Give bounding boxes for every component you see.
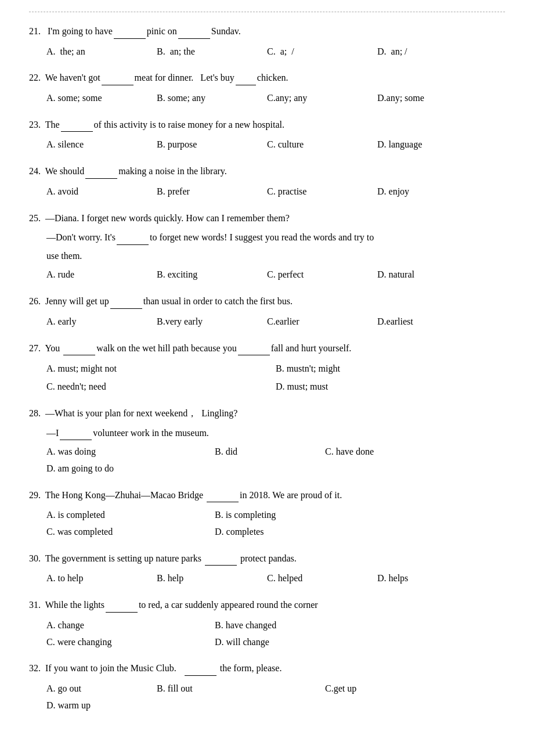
q25-blank1 — [117, 244, 149, 245]
q21-optC: C. a; / — [267, 44, 371, 60]
q29-stem: 29. The Hong Kong—Zhuhai—Macao Bridge in… — [29, 488, 505, 503]
q28-optB: B. did — [215, 444, 319, 460]
q26-number: 26. — [29, 296, 41, 306]
q32-options: A. go out B. fill out C.get up D. warm u… — [29, 681, 505, 714]
q24-number: 24. — [29, 166, 41, 176]
q29-optD: D. completes — [215, 524, 319, 541]
q32-optA: A. go out — [46, 681, 151, 697]
q31-optD: D. will change — [215, 634, 377, 651]
question-25: 25. —Diana. I forget new words quickly. … — [29, 211, 505, 284]
q32-optC: C.get up — [325, 681, 430, 697]
q23-optD: D. language — [377, 136, 482, 153]
q32-stem: 32. If you want to join the Music Club. … — [29, 661, 505, 676]
q30-optB: B. help — [157, 570, 261, 587]
q32-optB: B. fill out — [157, 681, 319, 697]
q23-optC: C. culture — [267, 136, 371, 153]
question-26: 26. Jenny will get upthan usual in order… — [29, 294, 505, 330]
q21-optA: A. the; an — [46, 44, 151, 60]
q27-number: 27. — [29, 343, 41, 353]
q24-options: A. avoid B. prefer C. practise D. enjoy — [29, 183, 505, 200]
q22-stem: 22. We haven't gotmeat for dinner. Let's… — [29, 70, 505, 85]
q29-optA: A. is completed — [46, 507, 209, 524]
q25-optC: C. perfect — [267, 267, 371, 283]
q29-optC: C. was completed — [46, 524, 209, 541]
question-22: 22. We haven't gotmeat for dinner. Let's… — [29, 70, 505, 106]
q22-optB: B. some; any — [157, 90, 261, 107]
q31-number: 31. — [29, 600, 41, 610]
q27-blank2 — [238, 355, 270, 355]
q21-options: A. the; an B. an; the C. a; / D. an; / — [29, 44, 505, 60]
question-21: 21. I'm going to havepinic onSundav. A. … — [29, 24, 505, 60]
q26-stem: 26. Jenny will get upthan usual in order… — [29, 294, 505, 309]
q30-blank1 — [205, 565, 237, 566]
q30-optD: D. helps — [377, 570, 482, 587]
q26-optA: A. early — [46, 314, 151, 330]
q27-optC: C. needn't; need — [46, 378, 270, 395]
q27-options: A. must; might not B. mustn't; might C. … — [29, 360, 505, 395]
q23-options: A. silence B. purpose C. culture D. lang… — [29, 136, 505, 153]
q26-optB: B.very early — [157, 314, 261, 330]
q21-number: 21. — [29, 26, 41, 36]
q29-optB: B. is completing — [215, 507, 377, 524]
q22-number: 22. — [29, 73, 41, 82]
q32-number: 32. — [29, 663, 41, 673]
q21-optD: D. an; / — [377, 44, 482, 60]
q28-blank1 — [60, 440, 92, 440]
q25-stem1: 25. —Diana. I forget new words quickly. … — [29, 211, 505, 226]
q31-blank1 — [106, 612, 138, 613]
q23-optB: B. purpose — [157, 136, 261, 153]
q31-stem: 31. While the lightsto red, a car sudden… — [29, 597, 505, 613]
q24-blank1 — [85, 178, 117, 179]
q22-blank1 — [102, 85, 134, 85]
q24-optB: B. prefer — [157, 183, 261, 200]
q21-stem: 21. I'm going to havepinic onSundav. — [29, 24, 505, 39]
q28-optA: A. was doing — [46, 444, 209, 460]
q26-optD: D.earliest — [377, 314, 482, 330]
q21-blank2 — [178, 38, 210, 39]
q28-optC: C. have done — [325, 444, 488, 460]
q30-optC: C. helped — [267, 570, 371, 587]
q26-optC: C.earlier — [267, 314, 371, 330]
question-27: 27. You walk on the wet hill path becaus… — [29, 341, 505, 395]
q24-optC: C. practise — [267, 183, 371, 200]
q30-optA: A. to help — [46, 570, 151, 587]
q27-optB: B. mustn't; might — [276, 360, 499, 377]
question-30: 30. The government is setting up nature … — [29, 551, 505, 587]
q30-options: A. to help B. help C. helped D. helps — [29, 570, 505, 587]
q25-optD: D. natural — [377, 267, 482, 283]
q23-optA: A. silence — [46, 136, 151, 153]
q22-optA: A. some; some — [46, 90, 151, 107]
q21-blank1 — [114, 38, 146, 39]
q23-stem: 23. Theof this activity is to raise mone… — [29, 117, 505, 132]
q23-blank1 — [61, 131, 93, 132]
q24-stem: 24. We shouldmaking a noise in the libra… — [29, 164, 505, 179]
q29-options: A. is completed B. is completing C. was … — [29, 507, 505, 541]
q31-optA: A. change — [46, 617, 209, 634]
question-32: 32. If you want to join the Music Club. … — [29, 661, 505, 714]
q25-stem2: —Don't worry. It'sto forget new words! I… — [29, 230, 505, 245]
top-divider — [29, 12, 505, 12]
question-28: 28. —What is your plan for next weekend，… — [29, 406, 505, 477]
q28-number: 28. — [29, 408, 41, 418]
q25-options: A. rude B. exciting C. perfect D. natura… — [29, 267, 505, 283]
q21-optB: B. an; the — [157, 44, 261, 60]
q27-blank1 — [63, 355, 95, 355]
q22-options: A. some; some B. some; any C.any; any D.… — [29, 90, 505, 107]
q30-stem: 30. The government is setting up nature … — [29, 551, 505, 566]
q25-optB: B. exciting — [157, 267, 261, 283]
q27-optD: D. must; must — [276, 378, 499, 395]
q30-number: 30. — [29, 553, 41, 563]
q31-options: A. change B. have changed C. were changi… — [29, 617, 505, 651]
q27-optA: A. must; might not — [46, 360, 270, 377]
q28-stem1: 28. —What is your plan for next weekend，… — [29, 406, 505, 421]
q24-optD: D. enjoy — [377, 183, 482, 200]
q32-blank1 — [185, 675, 217, 676]
q31-optC: C. were changing — [46, 634, 209, 651]
question-31: 31. While the lightsto red, a car sudden… — [29, 597, 505, 650]
q22-optD: D.any; some — [377, 90, 482, 107]
question-24: 24. We shouldmaking a noise in the libra… — [29, 164, 505, 200]
question-23: 23. Theof this activity is to raise mone… — [29, 117, 505, 153]
question-29: 29. The Hong Kong—Zhuhai—Macao Bridge in… — [29, 488, 505, 541]
q24-optA: A. avoid — [46, 183, 151, 200]
q28-optD: D. am going to do — [46, 460, 209, 477]
